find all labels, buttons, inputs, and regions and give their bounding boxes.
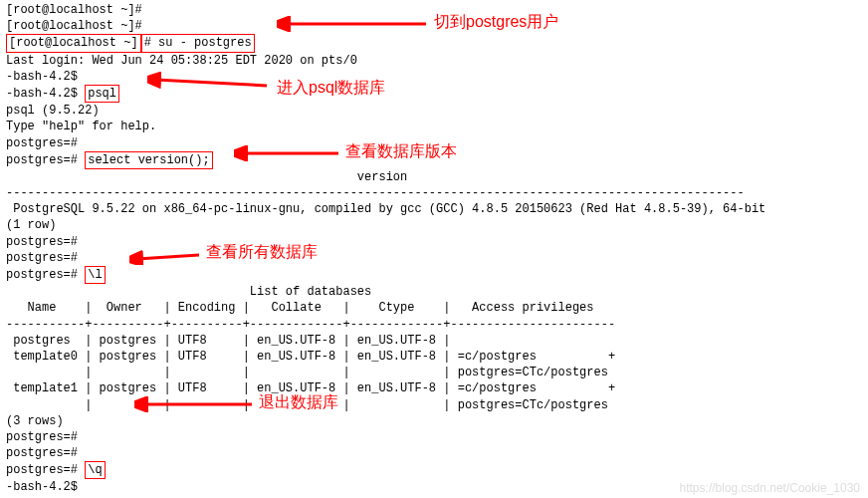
terminal-line: Type "help" for help. [6,119,868,134]
terminal-line: postgres=# [6,445,868,461]
cmd-psql: psql [85,85,119,103]
watermark: https://blog.csdn.net/Cookie_1030 [680,481,860,495]
terminal-line: -----------+----------+----------+------… [6,317,868,333]
terminal-line: List of databases [6,284,868,300]
terminal-line: -bash-4.2$ [6,69,868,85]
cmd-su-postgres: [root@localhost ~] [6,34,141,52]
annotation-version: 查看数据库版本 [345,141,457,162]
terminal-line: template1 | postgres | UTF8 | en_US.UTF-… [6,380,868,396]
terminal-line: Name | Owner | Encoding | Collate | Ctyp… [6,300,868,316]
annotation-psql: 进入psql数据库 [277,78,385,99]
terminal-line: version [6,169,868,185]
cmd-quit: \q [85,461,105,479]
annotation-quit: 退出数据库 [259,392,338,413]
terminal-line: | | | | | postgres=CTc/postgres [6,365,868,380]
terminal-line: template0 | postgres | UTF8 | en_US.UTF-… [6,349,868,365]
cmd-select-version: select version(); [85,151,212,169]
terminal-line: (3 rows) [6,413,868,429]
terminal-line: postgres | postgres | UTF8 | en_US.UTF-8… [6,333,868,349]
terminal-line: (1 row) [6,217,868,233]
terminal-line: | | | | | postgres=CTc/postgres [6,397,868,413]
terminal-line: postgres=# \q [6,461,868,479]
cmd-list-db: \l [85,266,105,284]
terminal-line: [root@localhost ~]# su - postgres [6,34,868,52]
terminal-line: -bash-4.2$ psql [6,85,868,103]
terminal-line: postgres=# [6,250,868,266]
terminal-line: ----------------------------------------… [6,185,868,201]
cmd-su-postgres-text: # su - postgres [141,34,255,52]
terminal-line: Last login: Wed Jun 24 05:38:25 EDT 2020… [6,53,868,69]
annotation-list-db: 查看所有数据库 [206,242,318,263]
terminal-line: psql (9.5.22) [6,103,868,119]
terminal-line: postgres=# \l [6,266,868,284]
annotation-su-postgres: 切到postgres用户 [434,12,558,33]
terminal-line: PostgreSQL 9.5.22 on x86_64-pc-linux-gnu… [6,201,868,217]
terminal-line: postgres=# [6,234,868,250]
terminal-line: postgres=# [6,429,868,445]
